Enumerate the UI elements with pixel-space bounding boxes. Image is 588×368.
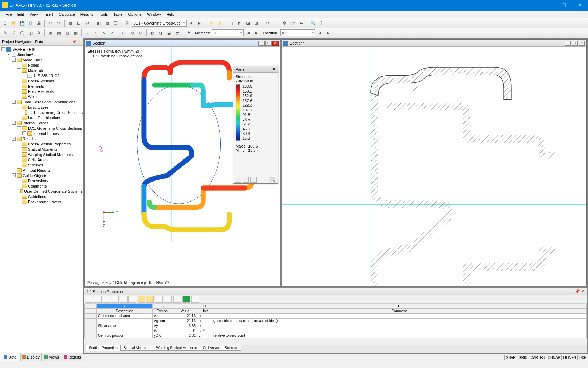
content1-icon[interactable]: ▣ bbox=[47, 29, 54, 37]
doc-right-titlebar[interactable]: Section* _ □ ✕ bbox=[282, 40, 586, 47]
scissors-icon[interactable]: ✂ bbox=[264, 19, 272, 27]
tbl-btn8-icon[interactable] bbox=[146, 296, 154, 303]
tree-materials[interactable]: -Materials bbox=[0, 68, 83, 73]
nav-tab-display[interactable]: Display bbox=[21, 353, 41, 361]
tree-comments[interactable]: Comments bbox=[0, 183, 83, 189]
tree-guidelines[interactable]: Guidelines bbox=[0, 194, 83, 199]
grid-icon[interactable]: ▦ bbox=[66, 19, 74, 27]
help-icon[interactable]: ? bbox=[317, 19, 325, 27]
snap-icon[interactable]: ⊡ bbox=[75, 19, 83, 27]
dim3-icon[interactable]: ⤡ bbox=[100, 29, 108, 37]
legend-panel[interactable]: Panel ✕ Stresses σeqv [N/mm²] 183.5168.2… bbox=[233, 66, 278, 184]
doc-right-canvas[interactable]: Y Z bbox=[282, 47, 586, 286]
maximize-button[interactable]: ☐ bbox=[556, 0, 572, 11]
tree-welds[interactable]: Welds bbox=[0, 94, 83, 99]
tree-dimensions[interactable]: Dimensions bbox=[0, 178, 83, 183]
panel-zoom-icon[interactable]: 🔍 bbox=[269, 177, 276, 183]
select-icon[interactable]: ⬚ bbox=[272, 19, 280, 27]
panel-btn3-icon[interactable] bbox=[250, 177, 257, 183]
load-case-combo[interactable]: LC1 - Governing Cross-Sec bbox=[132, 20, 187, 27]
tbl-btn9-icon[interactable] bbox=[155, 296, 163, 303]
tbl-btn5-icon[interactable] bbox=[120, 296, 128, 303]
next-member-icon[interactable]: ► bbox=[253, 29, 260, 37]
doc-close-icon[interactable]: ✕ bbox=[272, 41, 279, 46]
panel-btn1-icon[interactable] bbox=[235, 177, 241, 183]
obj3-icon[interactable]: ⊙ bbox=[137, 29, 145, 37]
tree-printout-reports[interactable]: Printout Reports bbox=[0, 168, 83, 173]
status-grid[interactable]: GRID bbox=[517, 355, 529, 360]
properties-grid[interactable]: ABCDEDescriptionSymbolValueUnitCommentCr… bbox=[84, 304, 587, 338]
menu-table[interactable]: Table bbox=[111, 12, 125, 17]
content4-icon[interactable]: ▦ bbox=[72, 29, 79, 37]
nav-tab-results[interactable]: Results bbox=[62, 353, 83, 361]
res3-icon[interactable]: ◒ bbox=[165, 29, 173, 37]
tree-background-layers[interactable]: Background Layers bbox=[0, 199, 83, 204]
tool2-icon[interactable]: ◩ bbox=[236, 19, 243, 27]
move-icon[interactable]: ✥ bbox=[281, 19, 288, 27]
tbl-btn7-icon[interactable] bbox=[138, 296, 145, 303]
draw4-icon[interactable]: ◫ bbox=[27, 29, 34, 37]
mirror-icon[interactable]: ⇋ bbox=[298, 19, 305, 27]
open-icon[interactable]: 📂 bbox=[10, 19, 18, 27]
results-icon[interactable]: ⚡ bbox=[216, 19, 223, 27]
options-icon[interactable]: ⚙ bbox=[83, 19, 91, 27]
navigator-close-icon[interactable]: ✕ bbox=[78, 40, 80, 43]
location-combo[interactable]: 0.0 bbox=[280, 29, 315, 36]
doc-close-icon[interactable]: ✕ bbox=[579, 41, 585, 46]
undo-icon[interactable]: ↶ bbox=[47, 19, 54, 27]
panel-close-icon[interactable]: ✕ bbox=[272, 67, 275, 71]
print-icon[interactable]: 🖶 bbox=[35, 19, 43, 27]
panel-titlebar[interactable]: Panel ✕ bbox=[233, 66, 278, 73]
doc-left-canvas[interactable]: Stresses sigma-eqv [N/mm^2] LC1 : Govern… bbox=[85, 47, 280, 286]
rotate-icon[interactable]: ⟳ bbox=[289, 19, 297, 27]
lc-icon[interactable]: ⎘ bbox=[123, 19, 131, 27]
tbl-btn1-icon[interactable] bbox=[86, 296, 93, 303]
tree-section-[interactable]: -Section* bbox=[0, 52, 83, 57]
minimize-button[interactable]: — bbox=[540, 0, 556, 11]
draw3-icon[interactable]: ◯ bbox=[18, 29, 26, 37]
doc-minimize-icon[interactable]: _ bbox=[258, 41, 265, 46]
tree-load-cases-and-combinations[interactable]: -Load Cases and Combinations bbox=[0, 99, 83, 104]
prev-member-icon[interactable]: ◄ bbox=[244, 29, 252, 37]
res1-icon[interactable]: ◐ bbox=[148, 29, 156, 37]
tree-lc1-governing-cross-sections[interactable]: -LC1: Governing Cross-Sections bbox=[0, 125, 83, 131]
tree-stresses[interactable]: Stresses bbox=[0, 162, 83, 168]
tbl-btn2-icon[interactable] bbox=[94, 296, 102, 303]
menu-tools[interactable]: Tools bbox=[96, 12, 111, 17]
tree-shape-thin[interactable]: -SHAPE-THIN bbox=[0, 47, 83, 52]
view-icon[interactable]: ◧ bbox=[95, 19, 103, 27]
tree-lc1-governing-cross-sections[interactable]: LC1: Governing Cross-Sections bbox=[0, 110, 83, 115]
window-icon[interactable]: ❐ bbox=[112, 19, 119, 27]
tree-point-elements[interactable]: Point Elements bbox=[0, 89, 83, 94]
tool3-icon[interactable]: ◪ bbox=[244, 19, 252, 27]
status-osnap[interactable]: OSNAP bbox=[546, 355, 562, 360]
tree-cross-sections[interactable]: Cross-Sections bbox=[0, 78, 83, 83]
tbl-btn11-icon[interactable] bbox=[173, 296, 181, 303]
menu-results[interactable]: Results bbox=[78, 12, 96, 17]
draw1-icon[interactable]: ✎ bbox=[1, 29, 9, 37]
res2-icon[interactable]: ◑ bbox=[157, 29, 164, 37]
next-lc-icon[interactable]: ► bbox=[196, 19, 203, 27]
new-icon[interactable]: 🗋 bbox=[1, 19, 9, 27]
res4-icon[interactable]: ◓ bbox=[174, 29, 181, 37]
obj2-icon[interactable]: ⊗ bbox=[128, 29, 136, 37]
dim2-icon[interactable]: ↕ bbox=[92, 29, 99, 37]
saveall-icon[interactable]: ⎙ bbox=[27, 19, 34, 27]
tree-elements[interactable]: +Elements bbox=[0, 83, 83, 89]
status-cartes[interactable]: CARTES bbox=[529, 355, 546, 360]
navigator-pin-icon[interactable]: 📌 bbox=[72, 40, 76, 43]
doc-left-titlebar[interactable]: Section* _ □ ✕ bbox=[85, 40, 280, 47]
table-close-icon[interactable]: ✕ bbox=[581, 289, 584, 294]
calc-icon[interactable]: ⚡ bbox=[207, 19, 215, 27]
status-dxf[interactable]: DXF bbox=[578, 355, 588, 360]
tree-model-data[interactable]: -Model Data bbox=[0, 57, 83, 62]
menu-calculate[interactable]: Calculate bbox=[56, 12, 78, 17]
tbl-btn3-icon[interactable] bbox=[103, 296, 110, 303]
tree-warping-statical-moments[interactable]: Warping Statical Moments bbox=[0, 152, 83, 157]
navigator-tree[interactable]: -SHAPE-THIN-Section*-Model DataNodes-Mat… bbox=[0, 46, 83, 354]
member-combo[interactable]: 1 bbox=[212, 29, 244, 36]
draw5-icon[interactable]: ※ bbox=[35, 29, 43, 37]
close-button[interactable]: ✕ bbox=[572, 0, 588, 11]
menu-help[interactable]: Help bbox=[164, 12, 177, 17]
doc-maximize-icon[interactable]: □ bbox=[572, 41, 578, 46]
